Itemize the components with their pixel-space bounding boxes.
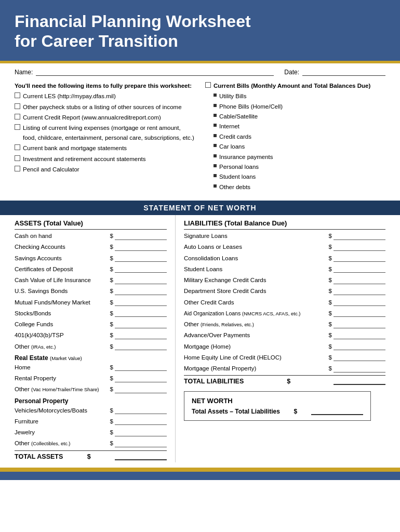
personal-property-header: Personal Property — [15, 395, 167, 405]
asset-row-other-ira: Other (IRAs, etc.) $ — [15, 341, 167, 352]
net-worth-table: ASSETS (Total Value) Cash on hand $ Chec… — [0, 215, 400, 462]
asset-row-other-personal: Other (Collectibles, etc.) $ — [15, 438, 167, 449]
bill-item: Personal loans — [214, 162, 385, 171]
bill-item: Internet — [214, 122, 385, 131]
total-liabilities-input[interactable] — [334, 378, 385, 385]
bills-title: Current Bills (Monthly Amount and Total … — [214, 81, 370, 90]
checkbox-bills[interactable] — [205, 82, 211, 88]
asset-label: College Funds — [15, 320, 110, 329]
asset-input[interactable] — [115, 265, 167, 273]
asset-input[interactable] — [115, 288, 167, 295]
asset-input[interactable] — [115, 255, 167, 262]
asset-row-vehicles: Vehicles/Motorcycles/Boats $ — [15, 405, 167, 416]
asset-input[interactable] — [115, 343, 167, 350]
asset-input[interactable] — [115, 407, 167, 414]
liability-row-dept-store: Department Store Credit Cards $ — [184, 286, 385, 297]
asset-input[interactable] — [115, 440, 167, 447]
page-header: Financial Planning Worksheet for Career … — [0, 0, 400, 61]
asset-input[interactable] — [115, 418, 167, 425]
liability-input[interactable] — [334, 354, 385, 361]
liability-label: Other (Friends, Relatives, etc.) — [184, 320, 329, 329]
checklist-right: Current Bills (Monthly Amount and Total … — [205, 81, 385, 192]
liability-row-other-cc: Other Credit Cards $ — [184, 297, 385, 308]
bill-label: Cable/Satellite — [219, 112, 258, 121]
liability-input[interactable] — [334, 310, 385, 317]
name-input-line[interactable] — [36, 69, 274, 76]
assets-col-header: ASSETS (Total Value) — [15, 215, 167, 230]
asset-label: Vehicles/Motorcycles/Boats — [15, 406, 110, 415]
liability-input[interactable] — [334, 265, 385, 273]
liability-label: Aid Organization Loans (NMCRS ACS, AFAS,… — [184, 310, 329, 318]
checklist-item: Other paycheck stubs or a listing of oth… — [15, 102, 195, 112]
checkbox-6[interactable] — [15, 155, 20, 161]
total-assets-input[interactable] — [115, 453, 167, 460]
asset-input[interactable] — [115, 375, 167, 382]
liability-input[interactable] — [334, 288, 385, 295]
name-date-row: Name: Date: — [15, 69, 385, 76]
liability-label: Student Loans — [184, 265, 329, 274]
asset-label: Jewelry — [15, 428, 110, 437]
bill-item: Utility Bills — [214, 91, 385, 101]
liabilities-col-header: LIABILITIES (Total Balance Due) — [184, 215, 385, 230]
asset-input[interactable] — [115, 386, 167, 393]
checklist-section: You'll need the following items to fully… — [15, 81, 385, 192]
bill-item: Other debts — [214, 182, 385, 192]
asset-label: Home — [15, 363, 110, 372]
liability-input[interactable] — [334, 343, 385, 350]
liability-label: Advance/Over Payments — [184, 331, 329, 340]
asset-input[interactable] — [115, 277, 167, 284]
liability-input[interactable] — [334, 233, 385, 240]
asset-label: Cash on hand — [15, 232, 110, 241]
checkbox-2[interactable] — [15, 103, 20, 109]
checkbox-1[interactable] — [15, 92, 20, 98]
bullet-icon — [214, 124, 217, 127]
date-input-line[interactable] — [302, 69, 385, 76]
asset-input[interactable] — [115, 299, 167, 306]
asset-input[interactable] — [115, 310, 167, 317]
checklist-item: Pencil and Calculator — [15, 165, 195, 174]
asset-label: Mutual Funds/Money Market — [15, 298, 110, 307]
asset-row-jewelry: Jewelry $ — [15, 427, 167, 438]
liability-input[interactable] — [334, 277, 385, 284]
asset-input[interactable] — [115, 244, 167, 251]
asset-input[interactable] — [115, 321, 167, 328]
checkbox-7[interactable] — [15, 166, 20, 171]
bullet-icon — [214, 94, 217, 97]
real-estate-header: Real Estate (Market Value) — [15, 352, 167, 362]
checkbox-3[interactable] — [15, 114, 20, 119]
liability-input[interactable] — [334, 332, 385, 339]
liability-row-other-friends: Other (Friends, Relatives, etc.) $ — [184, 319, 385, 330]
asset-row-savings-bonds: U.S. Savings Bonds $ — [15, 286, 167, 297]
date-label: Date: — [284, 69, 299, 76]
liability-label: Consolidation Loans — [184, 254, 329, 263]
liability-input[interactable] — [334, 255, 385, 262]
bullet-icon — [214, 134, 217, 137]
bullet-icon — [214, 154, 217, 157]
liability-row-military-exchange: Military Exchange Credit Cards $ — [184, 275, 385, 286]
asset-input[interactable] — [115, 364, 167, 371]
liability-label: Signature Loans — [184, 232, 329, 241]
checkbox-4[interactable] — [15, 124, 20, 130]
asset-input[interactable] — [115, 332, 167, 339]
liability-row-signature: Signature Loans $ — [184, 231, 385, 242]
net-worth-formula-row: Total Assets – Total Liabilities $ — [192, 408, 363, 415]
name-label: Name: — [15, 69, 33, 76]
checklist-item: Current bank and mortgage statements — [15, 143, 195, 153]
net-worth-box: NET WORTH Total Assets – Total Liabiliti… — [184, 391, 371, 421]
bottom-blue-bar — [0, 472, 400, 480]
liability-input[interactable] — [334, 299, 385, 306]
bullet-icon — [214, 174, 217, 177]
bullet-icon — [214, 104, 217, 107]
bill-label: Utility Bills — [219, 91, 246, 101]
net-worth-input[interactable] — [311, 408, 363, 415]
asset-input[interactable] — [115, 233, 167, 240]
checklist-item: Current LES (http://mypay.dfas.mil) — [15, 91, 195, 101]
page-title: Financial Planning Worksheet for Career … — [15, 11, 385, 51]
liability-input[interactable] — [334, 365, 385, 373]
liability-label: Mortgage (Rental Property) — [184, 364, 329, 373]
liability-input[interactable] — [334, 321, 385, 328]
net-worth-title: NET WORTH — [192, 397, 363, 405]
checkbox-5[interactable] — [15, 144, 20, 150]
asset-input[interactable] — [115, 429, 167, 436]
liability-input[interactable] — [334, 244, 385, 251]
